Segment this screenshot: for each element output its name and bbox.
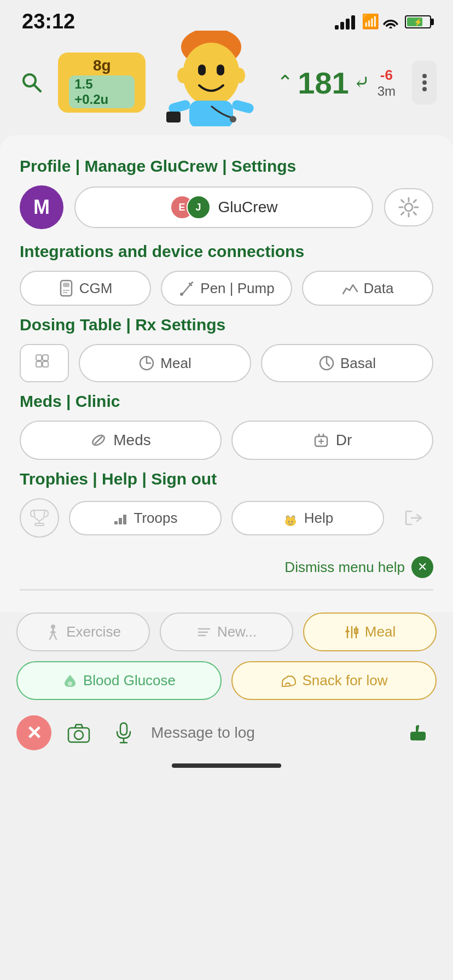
svg-rect-11	[231, 99, 255, 114]
status-icons: 📶 ⚡	[335, 13, 431, 30]
carb-insulin-pill[interactable]: 8g 1.5 +0.2u	[58, 52, 146, 113]
trophies-row: Troops Help	[20, 498, 433, 538]
svg-rect-12	[166, 112, 181, 122]
meds-section-title: Meds | Clinic	[20, 392, 433, 411]
glucrew-avatar-j: J	[187, 195, 211, 219]
svg-rect-26	[43, 361, 48, 367]
glucrew-label: GluCrew	[218, 199, 278, 216]
svg-point-61	[74, 731, 83, 739]
troops-button[interactable]: Troops	[69, 501, 222, 535]
svg-rect-25	[36, 361, 42, 367]
top-bar: 8g 1.5 +0.2u	[0, 39, 453, 132]
profile-row: M E J GluCrew	[20, 185, 433, 229]
glucose-reading[interactable]: ⌃ 181 ⤶ -6 3m	[277, 65, 396, 101]
profile-section-title: Profile | Manage GluCrew | Settings	[20, 157, 433, 176]
insulin-value: 1.5 +0.2u	[69, 75, 135, 108]
svg-point-0	[390, 27, 392, 29]
trophy-icon-button[interactable]	[20, 498, 59, 538]
exercise-button[interactable]: Exercise	[16, 612, 150, 651]
svg-rect-42	[114, 521, 118, 524]
meal-button[interactable]: Meal	[303, 612, 437, 651]
message-bar: ✕	[0, 710, 453, 756]
settings-button[interactable]	[384, 188, 433, 226]
signal-icon	[335, 14, 355, 30]
svg-point-13	[230, 116, 236, 122]
bottom-actions: Exercise New... Meal Blood Glucose	[0, 612, 453, 700]
dismiss-button[interactable]: ✕	[411, 556, 433, 578]
svg-point-15	[422, 80, 427, 85]
svg-rect-19	[63, 283, 69, 287]
glucose-value: 181	[298, 65, 349, 101]
help-button[interactable]: Help	[231, 501, 384, 535]
svg-point-17	[405, 203, 413, 211]
snack-button[interactable]: Snack for low	[231, 661, 437, 700]
basal-button[interactable]: Basal	[261, 344, 433, 382]
carb-value: 8g	[93, 57, 111, 74]
new-button[interactable]: New...	[160, 612, 293, 651]
thumbs-up-button[interactable]	[402, 715, 437, 750]
home-indicator	[0, 756, 453, 773]
camera-button[interactable]	[61, 715, 96, 750]
svg-point-59	[68, 681, 72, 686]
svg-rect-43	[119, 518, 122, 524]
svg-point-4	[183, 43, 240, 106]
svg-point-49	[288, 521, 289, 523]
svg-rect-24	[43, 355, 48, 360]
meds-button[interactable]: Meds	[20, 421, 222, 460]
svg-point-7	[177, 68, 188, 83]
message-input[interactable]	[151, 724, 392, 742]
svg-point-8	[234, 68, 245, 83]
integrations-row: CGM Pen | Pump Data	[20, 271, 433, 306]
battery-icon: ⚡	[405, 15, 431, 28]
blood-glucose-button[interactable]: Blood Glucose	[16, 661, 222, 700]
svg-rect-5	[198, 65, 206, 75]
svg-point-16	[422, 87, 427, 91]
signout-button[interactable]	[394, 498, 433, 538]
dosing-grid-button[interactable]	[20, 344, 69, 382]
svg-rect-44	[123, 515, 126, 524]
glucrew-avatars: E J	[170, 195, 211, 219]
status-time: 23:12	[22, 10, 75, 33]
wifi-icon: 📶	[362, 13, 398, 30]
svg-rect-65	[410, 732, 416, 740]
svg-rect-23	[36, 355, 42, 360]
glucrew-button[interactable]: E J GluCrew	[74, 186, 373, 228]
svg-point-14	[422, 74, 427, 78]
svg-line-2	[34, 85, 40, 91]
dosing-section-title: Dosing Table | Rx Settings	[20, 316, 433, 334]
dismiss-row: Dismiss menu help ✕	[20, 551, 433, 591]
mascot	[156, 39, 266, 126]
dr-button[interactable]: Dr	[231, 421, 433, 460]
svg-point-50	[291, 521, 293, 523]
menu-area: Profile | Manage GluCrew | Settings M E …	[0, 135, 453, 612]
data-button[interactable]: Data	[302, 271, 433, 306]
pen-pump-button[interactable]: Pen | Pump	[161, 271, 292, 306]
dismiss-label: Dismiss menu help	[284, 559, 405, 576]
glucose-delta: -6 3m	[378, 67, 396, 99]
dosing-row: Meal Basal	[20, 344, 433, 382]
svg-rect-62	[120, 723, 127, 735]
meal-settings-button[interactable]: Meal	[79, 344, 251, 382]
microphone-button[interactable]	[106, 715, 141, 750]
svg-point-22	[180, 293, 183, 296]
svg-rect-41	[35, 523, 44, 526]
action-row-2: Blood Glucose Snack for low	[16, 661, 437, 700]
svg-point-48	[286, 517, 295, 524]
integrations-section-title: Integrations and device connections	[20, 242, 433, 261]
svg-rect-6	[217, 65, 224, 75]
more-button[interactable]	[412, 61, 437, 104]
trophies-section-title: Trophies | Help | Sign out	[20, 470, 433, 488]
cgm-button[interactable]: CGM	[20, 271, 151, 306]
svg-rect-9	[189, 101, 233, 126]
svg-line-32	[327, 363, 329, 366]
meds-row: Meds Dr	[20, 421, 433, 460]
home-bar	[172, 763, 281, 768]
user-avatar[interactable]: M	[20, 185, 63, 229]
close-button[interactable]: ✕	[16, 715, 51, 750]
action-row-1: Exercise New... Meal	[16, 612, 437, 651]
search-button[interactable]	[16, 66, 47, 99]
